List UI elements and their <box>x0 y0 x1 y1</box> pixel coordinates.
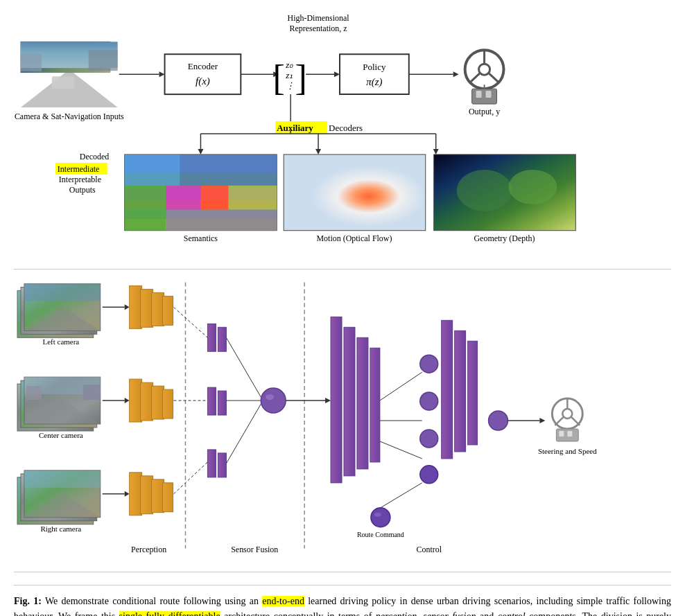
policy-box <box>340 54 409 94</box>
building-seg <box>166 186 201 210</box>
feat-center-1 <box>207 387 216 415</box>
intermediate-label: Intermediate <box>58 164 99 174</box>
high-dim-label1: High-Dimensional <box>288 13 350 23</box>
geo-hill1 <box>457 170 512 211</box>
top-diagram-svg: Camera & Sat-Navigation Inputs Encoder f… <box>14 7 671 256</box>
encoder-label-top: Encoder <box>188 61 218 71</box>
bottom-diagram-svg: Left camera Center camera Right camera <box>14 282 671 559</box>
caption-comma1: , <box>417 611 423 616</box>
cnn-right-1 <box>130 473 142 516</box>
cnn-center-4 <box>163 389 173 419</box>
cnn-center-2 <box>141 382 153 421</box>
cnn-left-1 <box>130 285 142 328</box>
right-cam-sky <box>24 470 101 488</box>
control-feat-2 <box>344 327 355 476</box>
caption-area: Fig. 1: We demonstrate conditional route… <box>14 585 671 616</box>
feat-left-2 <box>218 327 226 351</box>
line-fuse-right <box>226 401 263 464</box>
cnn-right-3 <box>152 479 164 513</box>
ctrl-line-4 <box>381 483 422 508</box>
ah-left-cam <box>125 304 130 310</box>
output-steering-inner <box>562 409 572 419</box>
caption-text4: and <box>476 611 498 616</box>
caption-divider <box>14 572 671 572</box>
encoder-label-bottom: f(x) <box>196 76 210 87</box>
auxiliary-label: Auxiliary <box>277 123 313 133</box>
policy-label1: Policy <box>363 62 386 72</box>
motion-image <box>284 155 426 231</box>
line-fuse-left <box>226 337 263 401</box>
ah-center-cam <box>125 398 130 403</box>
control-feat-3 <box>357 337 368 469</box>
ah-right-cam <box>125 491 130 497</box>
geometry-label: Geometry (Depth) <box>474 234 535 243</box>
cnn-left-4 <box>163 296 173 325</box>
arrow-left-fusion <box>174 307 208 337</box>
arrowhead-sem <box>198 149 203 155</box>
out-node-2 <box>420 392 438 410</box>
geo-hill2 <box>508 170 557 204</box>
route-cmd-highlight <box>374 513 381 517</box>
building1 <box>21 54 42 71</box>
motion-label: Motion (Optical Flow) <box>316 234 392 243</box>
top-diagram: Camera & Sat-Navigation Inputs Encoder f… <box>14 7 671 256</box>
high-dim-label2: Representation, z <box>290 24 347 33</box>
left-camera-label: Left camera <box>43 337 80 346</box>
gear-box <box>472 89 497 104</box>
sky-seg2 <box>180 155 277 186</box>
out-node-1 <box>420 355 438 373</box>
route-command-node <box>371 508 390 527</box>
gear-pos1 <box>476 91 482 98</box>
output-spoke2 <box>555 417 563 425</box>
cnn-right-4 <box>163 483 173 512</box>
decoded-label: Decoded <box>80 152 110 161</box>
road-seg <box>228 186 277 210</box>
center-camera-label: Center camera <box>39 431 83 439</box>
final-feat-3 <box>468 341 478 445</box>
semantics-label: Semantics <box>184 234 218 243</box>
end-to-end-highlight: end-to-end <box>262 596 304 606</box>
page-container: Camera & Sat-Navigation Inputs Encoder f… <box>0 0 685 616</box>
matrix-dots: ⋮ <box>286 80 295 91</box>
cnn-left-2 <box>141 289 153 327</box>
sensor-fusion-italic: sensor fusion <box>423 611 476 616</box>
arrowhead-motion <box>315 149 321 155</box>
cnn-center-3 <box>152 386 164 419</box>
bottom-diagram: Left camera Center camera Right camera <box>14 282 671 559</box>
steering-spoke2 <box>469 73 480 83</box>
ah-final-steer <box>539 418 545 423</box>
out-node-3 <box>420 430 438 448</box>
cnn-center-1 <box>130 379 142 422</box>
arrowhead-geo <box>433 149 439 155</box>
fig-label: Fig. 1: <box>14 596 42 606</box>
final-feat-2 <box>455 331 466 452</box>
final-feat-1 <box>442 320 453 459</box>
fusion-node <box>261 388 286 413</box>
arrowhead-cam-enc <box>159 71 165 77</box>
ctrl-line-3 <box>380 441 422 459</box>
control-feat-1 <box>331 317 342 482</box>
output-gear1 <box>559 431 564 437</box>
control-feat-4 <box>370 348 380 462</box>
arrowhead-matrix-policy <box>334 71 340 77</box>
house1 <box>26 386 42 400</box>
building2 <box>89 50 118 71</box>
perception-italic: perception <box>376 611 417 616</box>
steering-speed-label: Steering and Speed <box>538 447 597 455</box>
decoders-label: Decoders <box>329 123 363 133</box>
car-seg <box>200 186 228 210</box>
matrix-z1: z₁ <box>285 70 293 80</box>
out-node-4 <box>420 466 438 484</box>
right-bracket: ] <box>295 58 306 98</box>
output-spoke3 <box>571 417 580 425</box>
caption-text: Fig. 1: We demonstrate conditional route… <box>14 594 671 616</box>
feat-right-1 <box>207 450 216 477</box>
car <box>52 76 74 89</box>
caption-text3: architecture conceptually in terms of <box>220 611 376 616</box>
sensor-fusion-label: Sensor Fusion <box>231 545 278 554</box>
right-camera-label: Right camera <box>40 525 81 533</box>
feat-center-2 <box>218 391 226 415</box>
sky-seg <box>125 155 180 186</box>
ctrl-line-1 <box>380 372 422 401</box>
encoder-box <box>165 54 241 94</box>
